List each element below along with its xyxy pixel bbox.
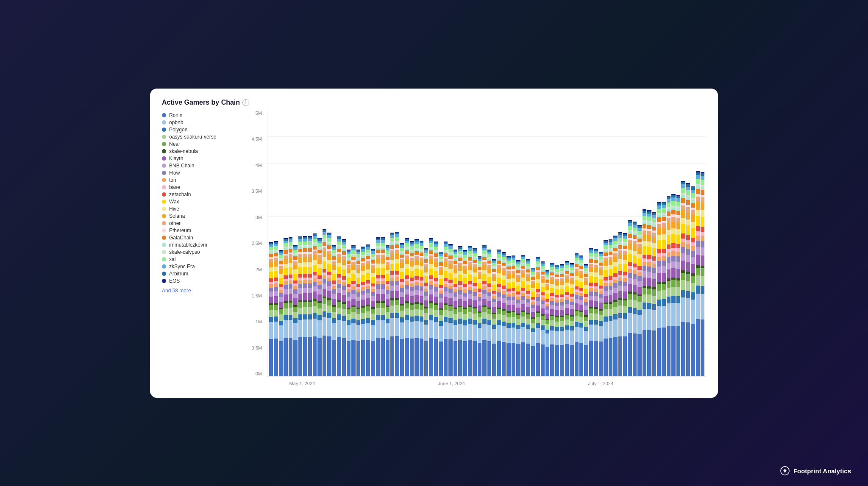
bar-segment [512, 323, 515, 328]
bar-segment [473, 272, 476, 276]
bar-segment [453, 341, 457, 376]
bar-segment [366, 318, 370, 323]
info-icon[interactable]: i [242, 99, 249, 106]
bar-group [589, 111, 593, 376]
bar-segment [691, 276, 695, 283]
bar-segment [298, 267, 302, 274]
bar-segment [643, 294, 646, 303]
bar-segment [371, 260, 375, 264]
bar-segment [308, 293, 312, 300]
bar-segment [366, 261, 370, 264]
bar-segment [386, 323, 389, 340]
bar-segment [337, 254, 341, 257]
bar-segment [390, 313, 394, 318]
bar-segment [313, 336, 317, 376]
legend-item: xai [162, 256, 247, 262]
bar-segment [570, 345, 573, 376]
bar-segment [327, 278, 331, 281]
bar-segment [386, 257, 389, 260]
bar-segment [662, 266, 665, 273]
bar-segment [536, 275, 540, 279]
bar-segment [434, 297, 438, 303]
bar-segment [536, 305, 540, 311]
bar-segment [351, 281, 355, 284]
bar-segment [662, 284, 665, 291]
bar-group [531, 111, 535, 376]
bar-segment [337, 242, 341, 245]
bar-segment [696, 247, 700, 255]
bar-segment [667, 297, 670, 303]
bar-segment [274, 310, 278, 317]
bar-segment [371, 292, 375, 296]
bar-segment [327, 286, 331, 292]
bar-segment [657, 328, 661, 376]
bar-segment [613, 293, 617, 300]
bar-group [289, 111, 292, 376]
bar-segment [448, 261, 452, 264]
bar-segment [327, 305, 331, 313]
bar-segment [618, 313, 622, 318]
bar-segment [298, 263, 302, 267]
bar-segment [351, 262, 355, 265]
bar-segment [676, 248, 680, 252]
bar-segment [550, 272, 554, 275]
bar-segment [604, 245, 607, 249]
bar-segment [506, 271, 510, 274]
bar-segment [701, 319, 704, 376]
legend-label: opbnb [169, 119, 183, 125]
bar-segment [269, 310, 273, 317]
bar-segment [589, 288, 593, 292]
bar-segment [570, 294, 573, 297]
bar-segment [356, 289, 360, 293]
bar-group [633, 111, 637, 376]
bar-segment [415, 286, 418, 290]
bar-segment [555, 310, 559, 316]
bar-group [317, 111, 321, 376]
bar-segment [448, 323, 452, 339]
bar-group [381, 111, 384, 376]
bar-segment [662, 208, 665, 212]
bar-segment [531, 346, 535, 376]
bar-segment [657, 206, 661, 209]
bar-segment [516, 297, 520, 300]
bar-segment [415, 269, 418, 276]
bar-segment [274, 253, 278, 256]
bar-group [376, 111, 380, 376]
bar-segment [439, 310, 442, 315]
bar-segment [671, 287, 675, 296]
bar-segment [555, 306, 559, 310]
bar-segment [633, 225, 637, 228]
bar-segment [458, 299, 462, 305]
legend-label: BNB Chain [169, 163, 194, 169]
bar-segment [502, 298, 506, 303]
bar-segment [628, 294, 632, 300]
chart-area: RoninopbnbPolygonoasys-saakuru-verseNear… [162, 111, 706, 389]
bar-segment [594, 296, 598, 300]
bar-segment [390, 250, 394, 254]
bar-segment [453, 297, 457, 301]
bar-segment [526, 329, 530, 344]
bar-segment [647, 235, 651, 242]
bar-segment [545, 347, 549, 376]
bar-segment [298, 308, 302, 315]
bar-segment [599, 315, 603, 322]
bar-segment [599, 275, 603, 279]
bar-segment [584, 317, 588, 321]
bar-segment [410, 258, 414, 261]
bar-segment [308, 280, 312, 283]
bar-segment [575, 286, 579, 289]
legend-label: Near [169, 141, 180, 147]
bar-segment [381, 281, 384, 284]
bar-segment [512, 274, 515, 278]
bar-segment [628, 250, 632, 255]
bar-segment [381, 250, 384, 253]
bar-segment [604, 322, 607, 339]
bar-segment [541, 344, 545, 376]
bar-segment [521, 323, 525, 328]
bar-segment [279, 325, 283, 341]
legend-more[interactable]: And 58 more [162, 288, 247, 294]
bar-segment [637, 281, 641, 286]
bar-segment [434, 262, 438, 267]
bar-group [386, 111, 389, 376]
bar-segment [589, 272, 593, 276]
